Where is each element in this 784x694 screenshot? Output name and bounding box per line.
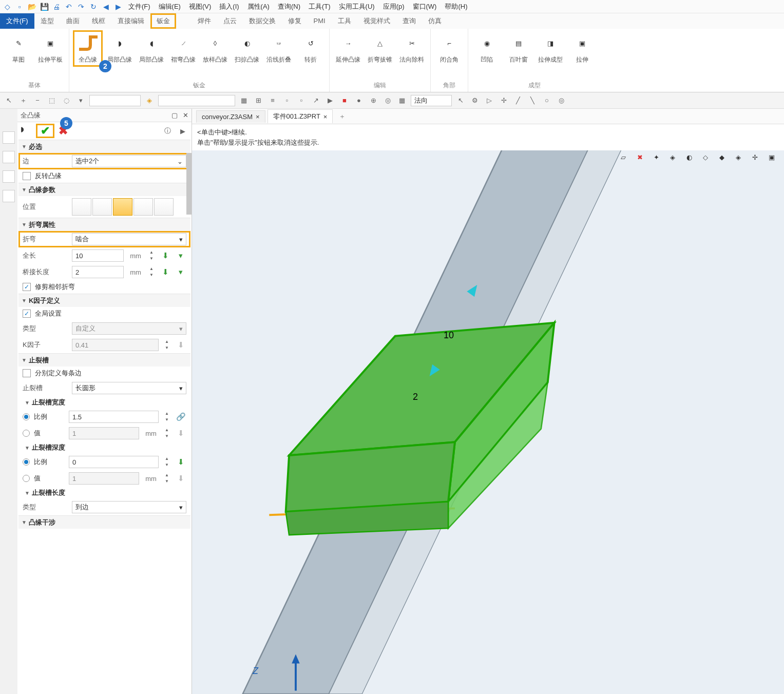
menu-file[interactable]: 文件(F) xyxy=(125,1,154,12)
tool-closed-corner[interactable]: ⌐闭合角 xyxy=(435,31,464,66)
back-icon[interactable]: ◀ xyxy=(101,2,111,12)
panel-body[interactable]: 必选 边 选中2个⌄ 4 反转凸缘 凸缘参数 位置 xyxy=(17,140,192,694)
record-icon[interactable]: ● xyxy=(353,95,365,106)
confirm-button[interactable]: ✔ 5 xyxy=(36,124,54,138)
compass-icon[interactable]: ⊕ xyxy=(368,95,379,106)
menu-app[interactable]: 应用(p) xyxy=(380,1,408,12)
print-icon[interactable]: 🖨 xyxy=(51,2,62,12)
menu-tool[interactable]: 工具(T) xyxy=(305,1,334,12)
dropdown-icon[interactable]: ▾ xyxy=(175,266,186,278)
menu-attr[interactable]: 属性(A) xyxy=(244,1,273,12)
spin-w-ratio[interactable]: ▲▼ xyxy=(163,411,171,423)
new-tab-button[interactable]: ＋ xyxy=(335,112,350,121)
side-icon-3[interactable] xyxy=(3,170,15,183)
box1-icon[interactable]: ▫ xyxy=(281,95,293,106)
pos-option-5[interactable] xyxy=(154,198,174,216)
menu-help[interactable]: 帮助(H) xyxy=(442,1,470,12)
pointer-icon[interactable]: ↖ xyxy=(455,95,466,106)
tab-viewstyle[interactable]: 视觉样式 xyxy=(357,13,396,29)
section-relief[interactable]: 止裂槽 xyxy=(18,353,190,367)
spin-bridge[interactable]: ▲▼ xyxy=(147,266,156,278)
normal-combo[interactable]: 法向 xyxy=(411,95,452,106)
gear-icon[interactable]: ⚙ xyxy=(469,95,481,106)
sub-relief-width[interactable]: 止裂槽宽度 xyxy=(18,396,190,409)
section-param[interactable]: 凸缘参数 xyxy=(18,183,190,196)
tool-bend-flange[interactable]: ⟋褶弯凸缘 xyxy=(169,31,198,66)
radio-d-value[interactable] xyxy=(23,475,30,482)
tool-dimple[interactable]: ◉凹陷 xyxy=(472,31,501,66)
menu-view[interactable]: 视图(V) xyxy=(186,1,214,12)
plus-icon[interactable]: ＋ xyxy=(17,95,29,106)
close-icon[interactable]: × xyxy=(323,113,328,121)
move-icon[interactable]: ✢ xyxy=(498,95,509,106)
view-combo[interactable] xyxy=(158,95,235,106)
tool-full-flange[interactable]: 全凸缘 2 xyxy=(73,31,102,66)
tab-wire[interactable]: 线框 xyxy=(86,13,111,29)
tab-repair[interactable]: 修复 xyxy=(282,13,308,29)
menu-window[interactable]: 窗口(W) xyxy=(410,1,440,12)
pos-option-3[interactable] xyxy=(113,198,132,216)
tab-file[interactable]: 文件(F) xyxy=(0,13,34,29)
panel-close-icon[interactable]: ✕ xyxy=(183,111,188,119)
input-bridge[interactable]: 2 xyxy=(72,266,124,278)
section-required[interactable]: 必选 xyxy=(18,140,190,153)
combo-relief[interactable]: 长圆形▾ xyxy=(72,382,186,394)
tab-modeling[interactable]: 造型 xyxy=(34,13,60,29)
radio-w-value[interactable] xyxy=(23,430,30,437)
tab-pointcloud[interactable]: 点云 xyxy=(217,13,243,29)
section-interfere[interactable]: 凸缘干涉 xyxy=(18,515,190,529)
menu-edit[interactable]: 编辑(E) xyxy=(156,1,184,12)
doc-tab-asm[interactable]: conveyor.Z3ASM× xyxy=(196,110,265,123)
tab-weld[interactable]: 焊件 xyxy=(192,13,217,29)
target-icon[interactable]: ◎ xyxy=(382,95,393,106)
play-icon[interactable]: ▶ xyxy=(324,95,336,106)
combo-edge[interactable]: 选中2个⌄ xyxy=(72,155,186,167)
grid2-icon[interactable]: ▦ xyxy=(396,95,408,106)
tool-louver[interactable]: ▤百叶窗 xyxy=(504,31,533,66)
combo-l-type[interactable]: 到边▾ xyxy=(72,501,186,513)
tool-local-flange[interactable]: ◖局部凸缘 xyxy=(137,31,166,66)
open-icon[interactable]: 📂 xyxy=(27,2,37,12)
redo-icon[interactable]: ↷ xyxy=(76,2,86,12)
new-icon[interactable]: ▫ xyxy=(14,2,25,12)
tool-loft-flange[interactable]: ◊放样凸缘 xyxy=(201,31,230,66)
panel-scrollbar[interactable] xyxy=(186,153,192,215)
chk-reverse[interactable] xyxy=(23,172,31,180)
apply-icon[interactable]: ⬇ xyxy=(160,266,171,278)
side-icon-4[interactable] xyxy=(3,190,15,202)
combo-bend[interactable]: 啮合▾ xyxy=(72,233,186,245)
filter-combo[interactable] xyxy=(89,95,141,106)
tool-extend[interactable]: →延伸凸缘 xyxy=(334,31,362,66)
select-box-icon[interactable]: ⬚ xyxy=(46,95,58,106)
apply-icon[interactable]: ⬇ xyxy=(175,456,186,468)
cursor-icon[interactable]: ↖ xyxy=(3,95,14,106)
dotted-circle-icon[interactable]: ◌ xyxy=(61,95,72,106)
input-fulllen[interactable]: 10 xyxy=(72,249,124,262)
save-icon[interactable]: 💾 xyxy=(39,2,49,12)
forward-icon[interactable]: ▶ xyxy=(113,2,123,12)
layers-icon[interactable]: ≡ xyxy=(267,95,278,106)
chk-global[interactable]: ✓ xyxy=(23,310,31,318)
doc-tab-prt[interactable]: 零件001.Z3PRT× xyxy=(267,109,333,123)
ring-icon[interactable]: ◎ xyxy=(556,95,567,106)
undo-icon[interactable]: ↶ xyxy=(64,2,74,12)
refresh-icon[interactable]: ↻ xyxy=(88,2,99,12)
tool-edge-fold[interactable]: ⎃沿线折叠 xyxy=(264,31,293,66)
box2-icon[interactable]: ▫ xyxy=(296,95,307,106)
radio-d-ratio[interactable] xyxy=(23,458,30,466)
link-icon[interactable]: 🔗 xyxy=(175,411,186,422)
input-d-ratio[interactable]: 0 xyxy=(69,456,159,468)
apply-icon[interactable]: ⬇ xyxy=(160,250,171,261)
chk-each[interactable] xyxy=(23,369,31,377)
filter-icon[interactable]: ▾ xyxy=(75,95,86,106)
tab-dataex[interactable]: 数据交换 xyxy=(243,13,282,29)
play2-icon[interactable]: ▷ xyxy=(484,95,495,106)
tool-rotate[interactable]: ↺转折 xyxy=(296,31,325,66)
spin-fulllen[interactable]: ▲▼ xyxy=(147,249,156,262)
menu-insert[interactable]: 插入(I) xyxy=(216,1,242,12)
radio-w-ratio[interactable] xyxy=(23,413,30,420)
line-icon[interactable]: ╱ xyxy=(512,95,524,106)
expand-icon[interactable]: ▶ xyxy=(177,125,188,137)
section-kdef[interactable]: K因子定义 xyxy=(18,294,190,307)
close-icon[interactable]: × xyxy=(256,113,260,121)
